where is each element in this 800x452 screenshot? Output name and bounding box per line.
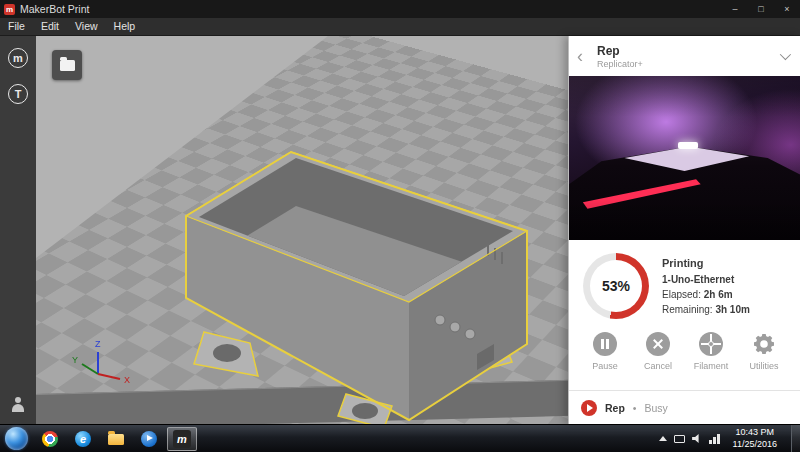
tray-speaker-icon[interactable] bbox=[692, 434, 702, 444]
menu-file[interactable]: File bbox=[0, 18, 33, 35]
printer-status-icon bbox=[581, 400, 597, 416]
pause-button[interactable]: Pause bbox=[582, 332, 628, 371]
clock-time: 10:43 PM bbox=[733, 427, 777, 439]
printer-panel-header: ‹ Rep Replicator+ bbox=[569, 36, 800, 76]
tray-monitor-icon[interactable] bbox=[674, 435, 685, 443]
print-status: 53% Printing 1-Uno-Ethernet Elapsed: 2h … bbox=[569, 240, 800, 328]
axis-y-label: Y bbox=[72, 355, 78, 365]
status-state: Printing bbox=[662, 255, 750, 272]
taskbar-clock[interactable]: 10:43 PM 11/25/2016 bbox=[727, 427, 784, 450]
tray-network-icon[interactable] bbox=[709, 434, 720, 444]
printer-name: Rep bbox=[597, 44, 643, 58]
printer-actions: Pause Cancel Filament Utilities bbox=[569, 328, 800, 371]
left-tool-rail: m T bbox=[0, 36, 36, 424]
cancel-button[interactable]: Cancel bbox=[635, 332, 681, 371]
footer-printer-name: Rep bbox=[605, 402, 625, 414]
folder-icon bbox=[108, 434, 124, 445]
taskbar-chrome-button[interactable] bbox=[35, 427, 65, 451]
menu-view[interactable]: View bbox=[67, 18, 106, 35]
menu-edit[interactable]: Edit bbox=[33, 18, 67, 35]
utilities-button[interactable]: Utilities bbox=[741, 332, 787, 371]
tray-expand-icon[interactable] bbox=[659, 436, 667, 441]
taskbar-makerbot-button[interactable]: m bbox=[167, 427, 197, 451]
minimize-button[interactable]: – bbox=[722, 0, 748, 18]
status-remaining: Remaining: 3h 10m bbox=[662, 302, 750, 317]
start-button[interactable] bbox=[5, 427, 28, 450]
printer-panel: ‹ Rep Replicator+ 53% Pri bbox=[568, 36, 800, 424]
account-button[interactable] bbox=[10, 397, 26, 412]
taskbar-media-player-button[interactable] bbox=[134, 427, 164, 451]
media-player-icon bbox=[141, 431, 157, 447]
progress-percent: 53% bbox=[602, 278, 630, 294]
project-panel-button[interactable] bbox=[52, 50, 82, 80]
status-job-name: 1-Uno-Ethernet bbox=[662, 272, 750, 287]
viewport-3d[interactable]: Z Y X bbox=[36, 36, 568, 424]
axis-indicator: Z Y X bbox=[68, 336, 138, 392]
makerbot-icon: m bbox=[173, 430, 191, 448]
axis-x-label: X bbox=[124, 375, 130, 385]
person-icon bbox=[10, 397, 26, 412]
app-icon: m bbox=[4, 4, 15, 15]
system-tray: 10:43 PM 11/25/2016 bbox=[659, 425, 800, 452]
maximize-button[interactable]: □ bbox=[748, 0, 774, 18]
taskbar-ie-button[interactable]: e bbox=[68, 427, 98, 451]
chevron-down-icon[interactable] bbox=[780, 49, 791, 60]
back-chevron-icon[interactable]: ‹ bbox=[577, 48, 593, 64]
pause-icon bbox=[593, 332, 617, 356]
filament-button[interactable]: Filament bbox=[688, 332, 734, 371]
taskbar-explorer-button[interactable] bbox=[101, 427, 131, 451]
internet-explorer-icon: e bbox=[75, 431, 91, 447]
clock-date: 11/25/2016 bbox=[733, 439, 777, 451]
window-title: MakerBot Print bbox=[20, 3, 89, 15]
camera-feed bbox=[569, 76, 800, 240]
close-button[interactable]: × bbox=[774, 0, 800, 18]
menu-help[interactable]: Help bbox=[106, 18, 144, 35]
axis-z-label: Z bbox=[95, 339, 101, 349]
filament-icon bbox=[699, 332, 723, 356]
printer-status-bar[interactable]: Rep • Busy bbox=[569, 390, 800, 424]
camera-vignette bbox=[569, 76, 800, 240]
folder-icon bbox=[60, 60, 75, 71]
chrome-icon bbox=[42, 431, 58, 447]
title-bar: m MakerBot Print – □ × bbox=[0, 0, 800, 18]
makerbot-logo-icon[interactable]: m bbox=[8, 48, 28, 68]
cancel-icon bbox=[646, 332, 670, 356]
show-desktop-button[interactable] bbox=[791, 425, 800, 452]
gear-icon bbox=[752, 332, 776, 356]
tutorial-icon[interactable]: T bbox=[8, 84, 28, 104]
footer-printer-state: Busy bbox=[645, 402, 668, 414]
printer-model: Replicator+ bbox=[597, 59, 643, 69]
menu-bar: File Edit View Help bbox=[0, 18, 800, 36]
windows-taskbar: e m 10:43 PM 11/25/2016 bbox=[0, 424, 800, 452]
progress-ring: 53% bbox=[583, 253, 649, 319]
status-elapsed: Elapsed: 2h 6m bbox=[662, 287, 750, 302]
